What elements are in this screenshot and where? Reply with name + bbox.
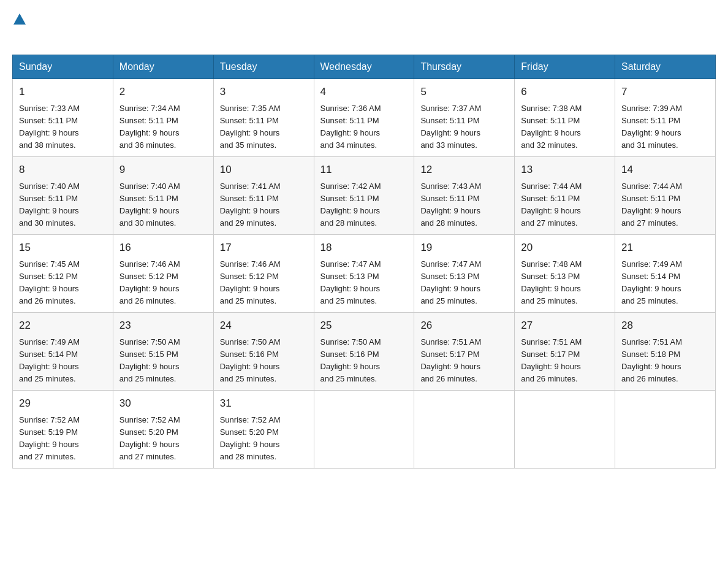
day-number: 25	[320, 318, 408, 334]
day-info: Sunrise: 7:51 AMSunset: 5:17 PMDaylight:…	[521, 336, 609, 386]
calendar-cell: 19Sunrise: 7:47 AMSunset: 5:13 PMDayligh…	[414, 235, 515, 313]
day-info: Sunrise: 7:50 AMSunset: 5:16 PMDaylight:…	[320, 336, 408, 386]
day-info: Sunrise: 7:34 AMSunset: 5:11 PMDaylight:…	[119, 102, 207, 152]
day-info: Sunrise: 7:36 AMSunset: 5:11 PMDaylight:…	[320, 102, 408, 152]
day-number: 16	[119, 240, 207, 256]
page-header	[12, 12, 716, 45]
day-number: 22	[19, 318, 107, 334]
day-number: 12	[420, 162, 508, 178]
svg-marker-0	[13, 13, 26, 25]
day-info: Sunrise: 7:51 AMSunset: 5:18 PMDaylight:…	[621, 336, 709, 386]
calendar-week-row: 1Sunrise: 7:33 AMSunset: 5:11 PMDaylight…	[13, 79, 716, 157]
day-number: 10	[220, 162, 308, 178]
day-info: Sunrise: 7:49 AMSunset: 5:14 PMDaylight:…	[621, 258, 709, 308]
day-info: Sunrise: 7:51 AMSunset: 5:17 PMDaylight:…	[420, 336, 508, 386]
day-info: Sunrise: 7:33 AMSunset: 5:11 PMDaylight:…	[19, 102, 107, 152]
calendar-cell: 29Sunrise: 7:52 AMSunset: 5:19 PMDayligh…	[13, 391, 113, 469]
day-info: Sunrise: 7:40 AMSunset: 5:11 PMDaylight:…	[19, 180, 107, 230]
calendar-cell	[314, 391, 414, 469]
calendar-cell: 17Sunrise: 7:46 AMSunset: 5:12 PMDayligh…	[213, 235, 314, 313]
day-info: Sunrise: 7:40 AMSunset: 5:11 PMDaylight:…	[119, 180, 207, 230]
day-number: 6	[521, 84, 609, 100]
day-number: 9	[119, 162, 207, 178]
calendar-cell	[414, 391, 515, 469]
calendar-cell: 2Sunrise: 7:34 AMSunset: 5:11 PMDaylight…	[113, 79, 213, 157]
day-info: Sunrise: 7:44 AMSunset: 5:11 PMDaylight:…	[521, 180, 609, 230]
day-number: 27	[521, 318, 609, 334]
day-info: Sunrise: 7:42 AMSunset: 5:11 PMDaylight:…	[320, 180, 408, 230]
calendar-cell: 1Sunrise: 7:33 AMSunset: 5:11 PMDaylight…	[13, 79, 113, 157]
day-info: Sunrise: 7:52 AMSunset: 5:20 PMDaylight:…	[119, 414, 207, 464]
day-number: 18	[320, 240, 408, 256]
day-number: 20	[521, 240, 609, 256]
day-info: Sunrise: 7:47 AMSunset: 5:13 PMDaylight:…	[420, 258, 508, 308]
day-info: Sunrise: 7:49 AMSunset: 5:14 PMDaylight:…	[19, 336, 107, 386]
calendar-cell: 7Sunrise: 7:39 AMSunset: 5:11 PMDaylight…	[615, 79, 716, 157]
day-number: 7	[621, 84, 709, 100]
calendar-cell: 24Sunrise: 7:50 AMSunset: 5:16 PMDayligh…	[213, 313, 314, 391]
day-info: Sunrise: 7:37 AMSunset: 5:11 PMDaylight:…	[420, 102, 508, 152]
day-number: 23	[119, 318, 207, 334]
day-number: 1	[19, 84, 107, 100]
day-info: Sunrise: 7:48 AMSunset: 5:13 PMDaylight:…	[521, 258, 609, 308]
day-number: 4	[320, 84, 408, 100]
calendar-cell: 14Sunrise: 7:44 AMSunset: 5:11 PMDayligh…	[615, 157, 716, 235]
calendar-cell: 10Sunrise: 7:41 AMSunset: 5:11 PMDayligh…	[213, 157, 314, 235]
header-friday: Friday	[515, 55, 615, 79]
day-info: Sunrise: 7:35 AMSunset: 5:11 PMDaylight:…	[220, 102, 308, 152]
calendar-cell: 6Sunrise: 7:38 AMSunset: 5:11 PMDaylight…	[515, 79, 615, 157]
calendar-table: SundayMondayTuesdayWednesdayThursdayFrid…	[12, 55, 716, 469]
day-number: 29	[19, 396, 107, 412]
day-number: 2	[119, 84, 207, 100]
header-thursday: Thursday	[414, 55, 515, 79]
day-info: Sunrise: 7:52 AMSunset: 5:20 PMDaylight:…	[220, 414, 308, 464]
day-info: Sunrise: 7:38 AMSunset: 5:11 PMDaylight:…	[521, 102, 609, 152]
day-number: 24	[220, 318, 308, 334]
header-tuesday: Tuesday	[213, 55, 314, 79]
calendar-cell: 25Sunrise: 7:50 AMSunset: 5:16 PMDayligh…	[314, 313, 414, 391]
calendar-cell: 12Sunrise: 7:43 AMSunset: 5:11 PMDayligh…	[414, 157, 515, 235]
calendar-cell: 28Sunrise: 7:51 AMSunset: 5:18 PMDayligh…	[615, 313, 716, 391]
day-number: 13	[521, 162, 609, 178]
calendar-cell: 18Sunrise: 7:47 AMSunset: 5:13 PMDayligh…	[314, 235, 414, 313]
day-number: 28	[621, 318, 709, 334]
day-info: Sunrise: 7:45 AMSunset: 5:12 PMDaylight:…	[19, 258, 107, 308]
day-number: 31	[220, 396, 308, 412]
header-wednesday: Wednesday	[314, 55, 414, 79]
day-info: Sunrise: 7:46 AMSunset: 5:12 PMDaylight:…	[220, 258, 308, 308]
day-number: 3	[220, 84, 308, 100]
header-sunday: Sunday	[13, 55, 113, 79]
calendar-cell	[615, 391, 716, 469]
calendar-cell: 20Sunrise: 7:48 AMSunset: 5:13 PMDayligh…	[515, 235, 615, 313]
calendar-cell: 9Sunrise: 7:40 AMSunset: 5:11 PMDaylight…	[113, 157, 213, 235]
calendar-cell: 26Sunrise: 7:51 AMSunset: 5:17 PMDayligh…	[414, 313, 515, 391]
day-info: Sunrise: 7:52 AMSunset: 5:19 PMDaylight:…	[19, 414, 107, 464]
day-number: 30	[119, 396, 207, 412]
day-number: 14	[621, 162, 709, 178]
day-info: Sunrise: 7:50 AMSunset: 5:15 PMDaylight:…	[119, 336, 207, 386]
calendar-week-row: 29Sunrise: 7:52 AMSunset: 5:19 PMDayligh…	[13, 391, 716, 469]
day-number: 5	[420, 84, 508, 100]
calendar-cell: 21Sunrise: 7:49 AMSunset: 5:14 PMDayligh…	[615, 235, 716, 313]
day-info: Sunrise: 7:39 AMSunset: 5:11 PMDaylight:…	[621, 102, 709, 152]
calendar-cell: 27Sunrise: 7:51 AMSunset: 5:17 PMDayligh…	[515, 313, 615, 391]
day-info: Sunrise: 7:43 AMSunset: 5:11 PMDaylight:…	[420, 180, 508, 230]
calendar-cell: 30Sunrise: 7:52 AMSunset: 5:20 PMDayligh…	[113, 391, 213, 469]
calendar-cell: 8Sunrise: 7:40 AMSunset: 5:11 PMDaylight…	[13, 157, 113, 235]
day-number: 19	[420, 240, 508, 256]
day-number: 11	[320, 162, 408, 178]
calendar-week-row: 22Sunrise: 7:49 AMSunset: 5:14 PMDayligh…	[13, 313, 716, 391]
day-number: 21	[621, 240, 709, 256]
day-info: Sunrise: 7:41 AMSunset: 5:11 PMDaylight:…	[220, 180, 308, 230]
calendar-cell: 31Sunrise: 7:52 AMSunset: 5:20 PMDayligh…	[213, 391, 314, 469]
logo	[12, 12, 26, 45]
calendar-cell: 16Sunrise: 7:46 AMSunset: 5:12 PMDayligh…	[113, 235, 213, 313]
header-monday: Monday	[113, 55, 213, 79]
calendar-cell: 4Sunrise: 7:36 AMSunset: 5:11 PMDaylight…	[314, 79, 414, 157]
day-info: Sunrise: 7:50 AMSunset: 5:16 PMDaylight:…	[220, 336, 308, 386]
day-number: 17	[220, 240, 308, 256]
calendar-cell: 5Sunrise: 7:37 AMSunset: 5:11 PMDaylight…	[414, 79, 515, 157]
calendar-cell: 3Sunrise: 7:35 AMSunset: 5:11 PMDaylight…	[213, 79, 314, 157]
day-info: Sunrise: 7:44 AMSunset: 5:11 PMDaylight:…	[621, 180, 709, 230]
calendar-cell: 11Sunrise: 7:42 AMSunset: 5:11 PMDayligh…	[314, 157, 414, 235]
